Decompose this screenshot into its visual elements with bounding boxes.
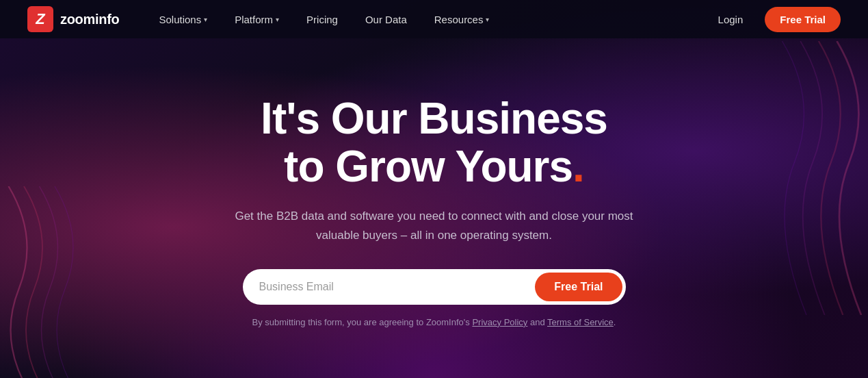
email-form: Free Trial	[243, 269, 626, 305]
nav-right: Login Free Trial	[707, 7, 841, 32]
logo-link[interactable]: Z zoominfo	[27, 6, 119, 32]
terms-of-service-link[interactable]: Terms of Service	[547, 317, 614, 327]
free-trial-button[interactable]: Free Trial	[535, 273, 622, 301]
logo-icon: Z	[27, 6, 53, 32]
email-input[interactable]	[259, 275, 536, 299]
hero-subtitle: Get the B2B data and software you need t…	[229, 207, 640, 244]
hero-section: It's Our Business to Grow Yours. Get the…	[0, 38, 868, 378]
chevron-down-icon: ▾	[276, 16, 279, 23]
nav-item-our-data[interactable]: Our Data	[353, 8, 419, 31]
nav-item-platform[interactable]: Platform ▾	[222, 8, 291, 31]
hero-title: It's Our Business to Grow Yours.	[261, 94, 607, 191]
nav-links: Solutions ▾ Platform ▾ Pricing Our Data …	[146, 8, 707, 31]
logo-name: zoominfo	[60, 12, 119, 27]
navbar: Z zoominfo Solutions ▾ Platform ▾ Pricin…	[0, 0, 868, 38]
nav-item-pricing[interactable]: Pricing	[294, 8, 350, 31]
free-trial-nav-button[interactable]: Free Trial	[765, 7, 841, 32]
nav-item-solutions[interactable]: Solutions ▾	[146, 8, 220, 31]
chevron-down-icon: ▾	[204, 16, 207, 23]
login-button[interactable]: Login	[707, 8, 754, 31]
chevron-down-icon: ▾	[486, 16, 489, 23]
nav-item-resources[interactable]: Resources ▾	[422, 8, 502, 31]
privacy-policy-link[interactable]: Privacy Policy	[472, 317, 527, 327]
form-legal: By submitting this form, you are agreein…	[252, 316, 616, 329]
